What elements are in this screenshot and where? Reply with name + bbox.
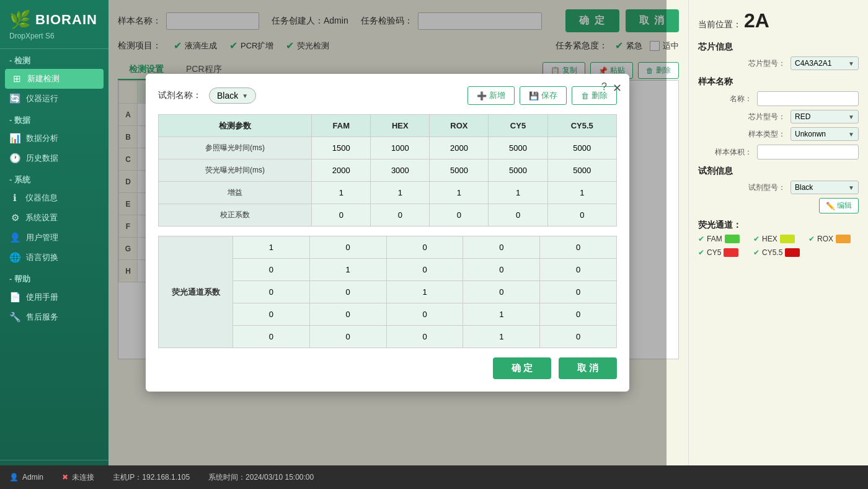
coeff-value-cell[interactable]: 0	[540, 259, 617, 281]
sample-volume-input[interactable]	[757, 145, 859, 159]
sidebar-item-instrument-run[interactable]: 🔄 仪器运行	[0, 89, 108, 109]
coeff-value-cell[interactable]: 0	[309, 303, 386, 326]
modal-help-button[interactable]: ?	[601, 81, 607, 92]
sidebar-item-new-detection[interactable]: ⊞ 新建检测	[5, 69, 104, 89]
system-settings-icon: ⚙	[9, 212, 20, 223]
coeff-value-cell[interactable]: 0	[309, 326, 386, 348]
section-help: - 帮助	[0, 267, 108, 287]
channel-cy5[interactable]: ✔ CY5	[698, 248, 748, 257]
coeff-value-cell[interactable]: 0	[386, 236, 463, 259]
coeff-value-cell[interactable]: 0	[386, 259, 463, 281]
coeff-value-cell[interactable]: 0	[233, 303, 310, 326]
param-col-header: 检测参数	[159, 115, 312, 137]
param-value-cell[interactable]: 1	[547, 182, 616, 204]
edit-reagent-button[interactable]: ✏️ 编辑	[819, 198, 859, 213]
param-name-cell: 参照曝光时间(ms)	[159, 137, 312, 159]
section-detection: - 检测	[0, 49, 108, 69]
coeff-value-cell[interactable]: 0	[540, 236, 617, 259]
sidebar-item-after-sales[interactable]: 🔧 售后服务	[0, 307, 108, 327]
chip-type-row: 芯片型号： C4A3A2A1 ▼	[698, 56, 859, 70]
params-table: 检测参数 FAM HEX ROX CY5 CY5.5 参照曝光时间(ms)150…	[158, 114, 617, 227]
coeff-value-cell[interactable]: 0	[540, 326, 617, 348]
channel-hex[interactable]: ✔ HEX	[753, 235, 804, 243]
sample-chip-select[interactable]: RED ▼	[790, 110, 859, 123]
param-value-cell[interactable]: 0	[371, 204, 430, 227]
param-value-cell[interactable]: 5000	[489, 137, 547, 159]
sample-name-input[interactable]	[757, 91, 859, 106]
param-value-cell[interactable]: 0	[547, 204, 616, 227]
reagent-type-select[interactable]: Black ▼	[790, 181, 859, 194]
coeff-value-cell[interactable]: 0	[233, 326, 310, 348]
param-value-cell[interactable]: 3000	[371, 159, 430, 182]
coeff-value-cell[interactable]: 1	[233, 236, 310, 259]
coeff-value-cell[interactable]: 0	[540, 303, 617, 326]
channel-cy55[interactable]: ✔ CY5.5	[753, 248, 804, 257]
time-label: 系统时间：2024/03/10 15:00:00	[208, 472, 314, 483]
modal-delete-icon: 🗑	[581, 91, 589, 101]
coeff-value-cell[interactable]: 1	[309, 259, 386, 281]
coeff-value-cell[interactable]: 0	[463, 259, 540, 281]
sidebar-item-instrument-info[interactable]: ℹ 仪器信息	[0, 188, 108, 208]
coeff-value-cell[interactable]: 0	[233, 259, 310, 281]
modal-save-button[interactable]: 💾 保存	[520, 86, 567, 105]
sample-volume-label: 样本体积：	[715, 147, 752, 158]
param-value-cell[interactable]: 2000	[430, 137, 489, 159]
modal-add-button[interactable]: ➕ 新增	[467, 86, 515, 105]
coeff-value-cell[interactable]: 0	[540, 281, 617, 303]
param-value-cell[interactable]: 1	[312, 182, 371, 204]
modal-cancel-button[interactable]: 取 消	[559, 357, 617, 379]
param-value-cell[interactable]: 5000	[430, 159, 489, 182]
chip-type-select[interactable]: C4A3A2A1 ▼	[790, 56, 859, 70]
coeff-value-cell[interactable]: 1	[463, 326, 540, 348]
sidebar-item-label: 使用手册	[26, 292, 58, 303]
rox-col-header: ROX	[430, 115, 489, 137]
coeff-value-cell[interactable]: 1	[386, 281, 463, 303]
sidebar-item-system-settings[interactable]: ⚙ 系统设置	[0, 208, 108, 228]
coeff-value-cell[interactable]: 0	[309, 236, 386, 259]
connection-label: 未连接	[72, 472, 94, 483]
sidebar-item-history[interactable]: 🕐 历史数据	[0, 148, 108, 168]
coeff-value-cell[interactable]: 0	[309, 281, 386, 303]
param-value-cell[interactable]: 0	[430, 204, 489, 227]
user-status: 👤 Admin	[9, 473, 43, 482]
coeff-value-cell[interactable]: 0	[233, 281, 310, 303]
hex-color	[780, 235, 795, 243]
coeff-value-cell[interactable]: 0	[463, 281, 540, 303]
sample-type-select[interactable]: Unkonwn ▼	[790, 127, 859, 141]
coeff-value-cell[interactable]: 1	[463, 303, 540, 326]
coeff-value-cell[interactable]: 0	[463, 236, 540, 259]
fam-label: FAM	[707, 235, 722, 243]
param-value-cell[interactable]: 1500	[312, 137, 371, 159]
param-value-cell[interactable]: 5000	[547, 137, 616, 159]
param-value-cell[interactable]: 1	[430, 182, 489, 204]
modal-confirm-button[interactable]: 确 定	[493, 357, 551, 379]
modal-overlay: 试剂名称： Black ▼ ➕ 新增 💾 保存 🗑 删除 ?	[108, 0, 666, 465]
param-value-cell[interactable]: 1	[371, 182, 430, 204]
chip-type-arrow: ▼	[848, 60, 854, 67]
coeff-value-cell[interactable]: 0	[386, 303, 463, 326]
sidebar-item-language[interactable]: 🌐 语言切换	[0, 248, 108, 267]
reagent-select[interactable]: Black ▼	[209, 87, 256, 104]
param-value-cell[interactable]: 5000	[489, 159, 547, 182]
param-value-cell[interactable]: 0	[489, 204, 547, 227]
sidebar-item-data-analysis[interactable]: 📊 数据分析	[0, 128, 108, 148]
channel-fam[interactable]: ✔ FAM	[698, 235, 748, 243]
sidebar-item-label: 仪器运行	[26, 93, 58, 104]
sidebar-item-label: 系统设置	[25, 212, 58, 223]
coeff-table: 荧光通道系数1000001000001000001000010	[158, 236, 617, 348]
param-value-cell[interactable]: 0	[312, 204, 371, 227]
param-value-cell[interactable]: 5000	[547, 159, 616, 182]
cy55-col-header: CY5.5	[547, 115, 616, 137]
param-value-cell[interactable]: 1	[489, 182, 547, 204]
sidebar: 🌿 BIORAIN DropXpert S6 - 检测 ⊞ 新建检测 🔄 仪器运…	[0, 0, 108, 489]
sidebar-item-user-management[interactable]: 👤 用户管理	[0, 228, 108, 248]
modal-delete-button[interactable]: 🗑 删除	[572, 86, 617, 105]
sidebar-item-manual[interactable]: 📄 使用手册	[0, 287, 108, 307]
param-value-cell[interactable]: 2000	[312, 159, 371, 182]
channel-rox[interactable]: ✔ ROX	[808, 235, 859, 243]
reagent-name: Black	[217, 91, 238, 101]
param-value-cell[interactable]: 1000	[371, 137, 430, 159]
sample-type-row: 样本类型： Unkonwn ▼	[698, 127, 859, 141]
coeff-value-cell[interactable]: 0	[386, 326, 463, 348]
modal-close-button[interactable]: ✕	[613, 81, 622, 95]
